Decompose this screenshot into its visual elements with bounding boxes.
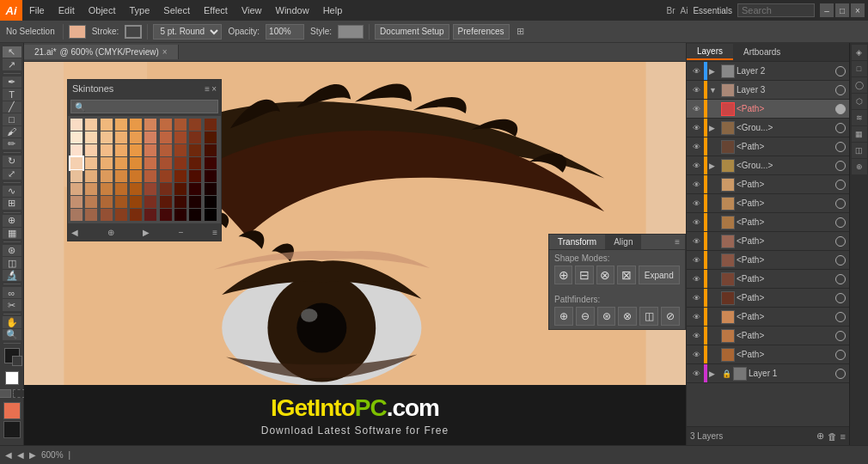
path1-target[interactable]	[835, 104, 846, 114]
gradient-tool[interactable]: ◫	[3, 257, 21, 268]
swatch-43[interactable]	[115, 170, 127, 182]
swatch-15[interactable]	[144, 131, 156, 143]
swatch-45[interactable]	[144, 170, 156, 182]
swatch-49[interactable]	[205, 170, 217, 182]
grou2-expand[interactable]: ▶	[709, 162, 719, 170]
path6-visibility[interactable]: 👁	[690, 237, 702, 246]
grou1-target[interactable]	[835, 123, 846, 133]
ai-icon[interactable]: Ai	[681, 6, 688, 15]
color-box-1[interactable]	[3, 402, 21, 419]
menu-help[interactable]: Help	[316, 3, 350, 18]
layer-menu-button[interactable]: ≡	[840, 430, 846, 442]
swatch-53[interactable]	[115, 183, 127, 195]
swatch-73[interactable]	[115, 209, 127, 221]
swatch-77[interactable]	[174, 209, 186, 221]
swatch-20[interactable]	[70, 144, 83, 156]
swatch-35[interactable]	[144, 157, 156, 169]
layer3-visibility[interactable]: 👁	[690, 86, 702, 95]
path5-target[interactable]	[835, 217, 846, 228]
swatch-9[interactable]	[205, 119, 217, 131]
warp-tool[interactable]: ∿	[3, 186, 21, 197]
minus-front-button[interactable]: ⊟	[575, 266, 593, 284]
swatch-18[interactable]	[189, 131, 201, 143]
layer1-visibility[interactable]: 👁	[690, 369, 702, 378]
fr-btn8[interactable]: ⊕	[852, 159, 867, 174]
layer-item-layer3[interactable]: 👁 ▼ Layer 3	[687, 81, 849, 100]
swatch-58[interactable]	[189, 183, 201, 195]
layer-item-path1[interactable]: 👁 <Path>	[687, 100, 849, 119]
swatch-71[interactable]	[85, 209, 97, 221]
layer-item-layer2[interactable]: 👁 ▶ Layer 2	[687, 62, 849, 81]
layer1-target[interactable]	[835, 369, 846, 379]
layer-item-path2[interactable]: 👁 <Path>	[687, 137, 849, 156]
swatch-36[interactable]	[160, 157, 172, 169]
swatch-5[interactable]	[144, 119, 156, 131]
swatch-59[interactable]	[205, 183, 217, 195]
swatch-24[interactable]	[130, 144, 142, 156]
swatch-69[interactable]	[205, 196, 217, 208]
swatch-search-input[interactable]	[70, 100, 218, 113]
swatch-48[interactable]	[189, 170, 201, 182]
menu-window[interactable]: Window	[269, 3, 316, 18]
fr-btn3[interactable]: ◯	[852, 77, 867, 93]
trim-button[interactable]: ⊖	[576, 307, 595, 326]
swatch-63[interactable]	[115, 196, 127, 208]
swatch-41[interactable]	[85, 170, 97, 182]
document-setup-button[interactable]: Document Setup	[375, 24, 449, 40]
draw-inside[interactable]	[13, 389, 25, 398]
layer-item-path7[interactable]: 👁 <Path>	[687, 251, 849, 270]
fr-btn2[interactable]: □	[852, 61, 867, 76]
swatch-1[interactable]	[85, 119, 97, 131]
layer-item-path6[interactable]: 👁 <Path>	[687, 232, 849, 251]
prev-button[interactable]: ◀	[5, 450, 12, 460]
swatch-55[interactable]	[144, 183, 156, 195]
panel-add-button[interactable]: ⊕	[107, 228, 114, 237]
swatch-17[interactable]	[174, 131, 186, 143]
swatch-13[interactable]	[115, 131, 127, 143]
swatch-21[interactable]	[85, 144, 97, 156]
swatch-42[interactable]	[101, 170, 113, 182]
artboards-tab[interactable]: Artboards	[733, 45, 791, 59]
swatch-22[interactable]	[101, 144, 113, 156]
delete-layer-button[interactable]: 🗑	[828, 430, 837, 442]
layer-item-path11[interactable]: 👁 <Path>	[687, 327, 849, 345]
swatch-65[interactable]	[144, 196, 156, 208]
swatch-56[interactable]	[160, 183, 172, 195]
canvas-viewport[interactable]: Skintones ≡ × ◀ ⊕ ▶ − ≡	[24, 62, 686, 445]
swatch-11[interactable]	[85, 131, 97, 143]
swatch-46[interactable]	[160, 170, 172, 182]
swatch-52[interactable]	[101, 183, 113, 195]
swatch-78[interactable]	[189, 209, 201, 221]
menu-select[interactable]: Select	[156, 3, 197, 18]
mesh-tool[interactable]: ⊛	[3, 245, 21, 256]
type-tool[interactable]: T	[3, 89, 21, 100]
crop-button[interactable]: ⊗	[618, 307, 637, 326]
path12-visibility[interactable]: 👁	[690, 351, 702, 359]
menu-object[interactable]: Object	[82, 3, 123, 18]
menu-view[interactable]: View	[235, 3, 269, 18]
paintbrush-tool[interactable]: 🖌	[3, 126, 21, 137]
path7-visibility[interactable]: 👁	[690, 256, 702, 265]
layer-item-path5[interactable]: 👁 <Path>	[687, 213, 849, 232]
swatch-32[interactable]	[101, 157, 113, 169]
scissors-tool[interactable]: ✂	[3, 299, 21, 310]
path6-target[interactable]	[835, 236, 846, 247]
path9-visibility[interactable]: 👁	[690, 294, 702, 302]
search-input[interactable]	[737, 3, 815, 17]
swatch-29[interactable]	[205, 144, 217, 156]
swatch-74[interactable]	[130, 209, 142, 221]
unite-button[interactable]: ⊕	[554, 266, 572, 284]
path10-visibility[interactable]: 👁	[690, 313, 702, 321]
transform-tab[interactable]: Transform	[549, 235, 605, 249]
layer-item-path8[interactable]: 👁 <Path>	[687, 270, 849, 289]
swatch-67[interactable]	[174, 196, 186, 208]
path9-target[interactable]	[835, 293, 846, 303]
swatch-31[interactable]	[85, 157, 97, 169]
grou2-target[interactable]	[835, 161, 846, 171]
align-tab[interactable]: Align	[605, 235, 641, 249]
maximize-button[interactable]: □	[835, 3, 849, 17]
direct-selection-tool[interactable]: ↗	[3, 58, 21, 70]
swatch-75[interactable]	[144, 209, 156, 221]
path8-target[interactable]	[835, 274, 846, 284]
rotate-tool[interactable]: ↻	[3, 156, 21, 167]
